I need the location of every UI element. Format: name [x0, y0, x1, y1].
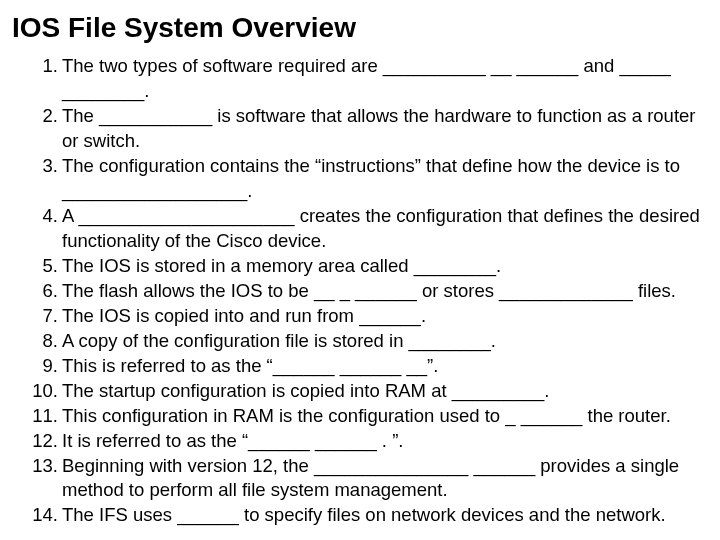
- list-item: This is referred to as the “______ _____…: [62, 354, 700, 379]
- list-item: This configuration in RAM is the configu…: [62, 404, 700, 429]
- list-item: The two types of software required are _…: [62, 54, 700, 104]
- list-item: It is referred to as the “______ ______ …: [62, 429, 700, 454]
- list-item: Beginning with version 12, the _________…: [62, 454, 700, 504]
- list-item: The startup configuration is copied into…: [62, 379, 700, 404]
- page-title: IOS File System Overview: [8, 12, 700, 44]
- list-item: A _____________________ creates the conf…: [62, 204, 700, 254]
- list-item: The configuration contains the “instruct…: [62, 154, 700, 204]
- list-item: The ___________ is software that allows …: [62, 104, 700, 154]
- list-item: The flash allows the IOS to be __ _ ____…: [62, 279, 700, 304]
- list-item: A copy of the configuration file is stor…: [62, 329, 700, 354]
- list-item: The IOS is stored in a memory area calle…: [62, 254, 700, 279]
- list-item: The IOS is copied into and run from ____…: [62, 304, 700, 329]
- question-list: The two types of software required are _…: [8, 54, 700, 528]
- list-item: The IFS uses ______ to specify files on …: [62, 503, 700, 528]
